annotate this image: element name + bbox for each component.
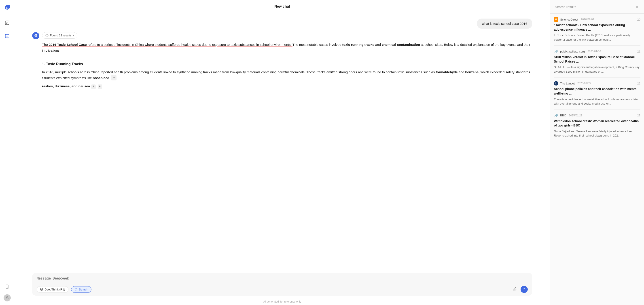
svg-point-9 xyxy=(7,288,8,288)
user-avatar[interactable] xyxy=(4,294,11,302)
result-number: 22 xyxy=(637,82,640,85)
svg-point-10 xyxy=(6,297,8,298)
deepthink-button[interactable]: DeepThink (R1) xyxy=(37,286,68,293)
svg-point-12 xyxy=(36,35,36,36)
search-result-item[interactable]: L The Lancet 2025/02/05 22 School phone … xyxy=(554,77,640,109)
ai-response: Found 23 results › The 2016 Toxic School… xyxy=(32,32,532,92)
result-title: Wimbledon school crash: Woman rearrested… xyxy=(554,119,640,128)
input-bottom-bar: DeepThink (R1) Search xyxy=(37,286,528,293)
new-chat-icon[interactable] xyxy=(3,32,11,40)
result-number: 23 xyxy=(637,114,640,117)
svg-line-14 xyxy=(76,290,77,291)
svg-point-0 xyxy=(6,7,7,7)
sidebar xyxy=(0,0,14,305)
input-area: DeepThink (R1) Search xyxy=(14,269,550,300)
source-icon: L xyxy=(554,81,558,86)
result-snippet: Nuria Sajjad and Selena Lau were fatally… xyxy=(554,129,640,138)
result-meta: L The Lancet 2025/02/05 22 xyxy=(554,81,640,86)
response-intro-underline: The 2016 Toxic School Case refers to a s… xyxy=(42,43,292,46)
result-source: ScienceDirect xyxy=(560,18,578,21)
search-label: Search xyxy=(79,288,88,291)
search-panel: Search results ✕ E ScienceDirect 2020/08… xyxy=(550,0,644,305)
svg-point-1 xyxy=(8,7,8,7)
result-source: publiclawlibrary.org xyxy=(560,50,585,53)
found-results-badge[interactable]: Found 23 results › xyxy=(42,32,77,39)
input-actions xyxy=(511,286,528,293)
source-icon: 🔗 xyxy=(554,113,558,118)
result-number: 20 xyxy=(637,18,640,21)
svg-point-13 xyxy=(75,288,77,290)
chat-area: what is toxic school case 2016 Found xyxy=(14,13,550,269)
input-tools: DeepThink (R1) Search xyxy=(37,286,92,293)
send-button[interactable] xyxy=(520,286,528,293)
source-icon: 🔗 xyxy=(554,49,558,54)
search-panel-header: Search results ✕ xyxy=(550,0,644,14)
citation-1[interactable]: 1 xyxy=(91,84,96,89)
result-title: $100 Million Verdict in Toxic Exposure C… xyxy=(554,55,640,64)
expand-button[interactable] xyxy=(111,75,116,80)
result-source: The Lancet xyxy=(560,82,575,85)
main-content: New chat what is toxic school case 2016 xyxy=(14,0,550,305)
chat-history-icon[interactable] xyxy=(3,19,11,27)
section1-title: 1. Toxic Running Tracks xyxy=(42,61,532,67)
mobile-icon[interactable] xyxy=(3,283,11,291)
chat-header: New chat xyxy=(14,0,550,13)
result-number: 21 xyxy=(637,50,640,53)
search-results-list: E ScienceDirect 2020/08/01 20 "Toxic" sc… xyxy=(550,14,644,305)
close-search-panel-button[interactable]: ✕ xyxy=(634,4,640,9)
result-title: School phone policies and their associat… xyxy=(554,87,640,96)
message-input[interactable] xyxy=(37,277,528,283)
result-date: 2025/01/16 xyxy=(588,50,601,53)
result-snippet: There is no evidence that restrictive sc… xyxy=(554,97,640,106)
result-meta: 🔗 publiclawlibrary.org 2025/01/16 21 xyxy=(554,49,640,54)
ai-content: Found 23 results › The 2016 Toxic School… xyxy=(42,32,532,92)
user-message: what is toxic school case 2016 xyxy=(477,18,532,28)
input-container: DeepThink (R1) Search xyxy=(32,273,532,296)
section1-continuation: rashes, dizziness, and nausea 1 5 . xyxy=(42,83,532,89)
deepthink-label: DeepThink (R1) xyxy=(44,288,65,291)
result-date: 2025/01/28 xyxy=(569,114,582,117)
section-divider xyxy=(42,57,532,57)
search-result-item[interactable]: 🔗 publiclawlibrary.org 2025/01/16 21 $10… xyxy=(554,45,640,77)
ai-avatar xyxy=(32,32,39,39)
attach-button[interactable] xyxy=(511,286,518,293)
search-button[interactable]: Search xyxy=(71,286,92,293)
response-intro: The 2016 Toxic School Case refers to a s… xyxy=(42,42,532,89)
result-source: BBC xyxy=(560,114,566,117)
app-logo[interactable] xyxy=(3,3,11,12)
svg-point-11 xyxy=(35,35,36,36)
footer-note: AI-generated, for reference only xyxy=(14,300,550,305)
result-title: "Toxic" schools? How school exposures du… xyxy=(554,23,640,32)
section1-body: In 2016, multiple schools across China r… xyxy=(42,69,532,81)
result-meta: E ScienceDirect 2020/08/01 20 xyxy=(554,17,640,22)
result-date: 2020/08/01 xyxy=(581,18,594,21)
result-snippet: In Toxic Schools, Bowen Paulle (2013) ma… xyxy=(554,33,640,42)
result-snippet: SEATTLE — In a significant legal develop… xyxy=(554,65,640,74)
search-result-item[interactable]: E ScienceDirect 2020/08/01 20 "Toxic" sc… xyxy=(554,14,640,45)
search-result-item[interactable]: 🔗 BBC 2025/01/28 23 Wimbledon school cra… xyxy=(554,110,640,141)
search-panel-title: Search results xyxy=(555,5,576,9)
source-icon: E xyxy=(554,17,558,22)
chat-title: New chat xyxy=(274,4,290,8)
citation-2[interactable]: 5 xyxy=(98,84,102,89)
result-date: 2025/02/05 xyxy=(577,82,591,85)
result-meta: 🔗 BBC 2025/01/28 23 xyxy=(554,113,640,118)
